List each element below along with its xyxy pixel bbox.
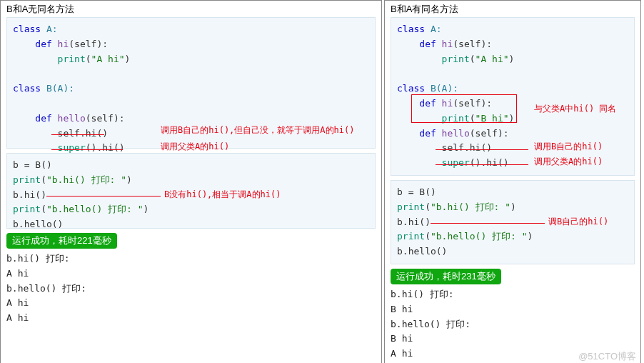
left-success-badge: 运行成功，耗时221毫秒 — [6, 233, 117, 249]
underline-super-hi-right — [436, 164, 528, 165]
annot-left-3: B没有hi(),相当于调A的hi() — [164, 188, 281, 202]
annot-left-1: 调用B自己的hi(),但自己没，就等于调用A的hi() — [161, 124, 354, 137]
underline-bhi-right — [431, 223, 545, 224]
redbox-def-hi — [411, 94, 517, 123]
underline-self-hi-right — [436, 149, 528, 150]
annot-right-2: 调用B自己的hi() — [534, 140, 603, 154]
watermark: @51CTO博客 — [578, 350, 636, 363]
underline-bhi-left — [46, 196, 161, 197]
underline-self-hi-left — [51, 134, 104, 135]
annot-right-1: 与父类A中hi() 同名 — [534, 102, 616, 116]
left-code-block: class A: def hi(self): print("A hi") cla… — [6, 17, 376, 149]
right-title: B和A有同名方法 — [391, 3, 635, 16]
right-code-block: class A: def hi(self): print("A hi") cla… — [391, 17, 635, 176]
underline-super-hi-left — [51, 149, 123, 150]
right-success-badge: 运行成功，耗时231毫秒 — [391, 269, 501, 284]
left-output: b.hi() 打印: A hi b.hello() 打印: A hi A hi — [6, 252, 376, 326]
annot-right-3: 调用父类A的hi() — [534, 155, 603, 169]
right-run-block: b = B() print("b.hi() 打印: ") b.hi() prin… — [391, 180, 635, 264]
annot-left-2: 调用父类A的hi() — [161, 140, 229, 154]
annot-right-4: 调B自己的hi() — [548, 215, 608, 229]
left-title: B和A无同名方法 — [6, 3, 376, 16]
left-run-block: b = B() print("b.hi() 打印: ") b.hi() prin… — [6, 153, 376, 229]
